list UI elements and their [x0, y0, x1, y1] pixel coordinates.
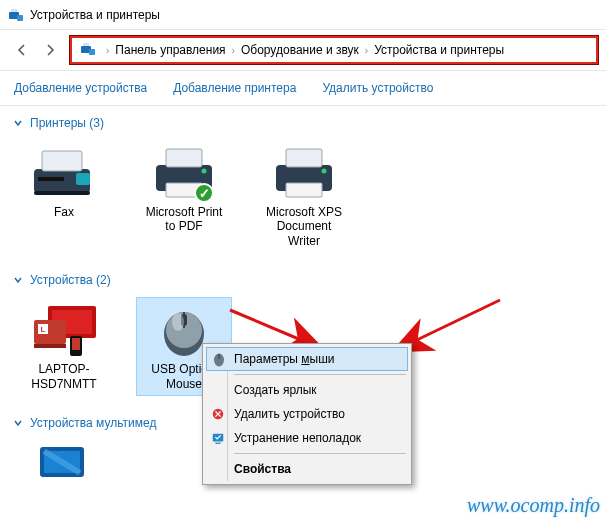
svg-point-19	[322, 169, 327, 174]
svg-rect-18	[286, 183, 322, 197]
svg-rect-23	[34, 344, 66, 348]
add-device-command[interactable]: Добавление устройства	[14, 81, 147, 95]
breadcrumb-control-panel[interactable]: Панель управления	[113, 41, 227, 59]
device-item-xps-writer[interactable]: Microsoft XPS Document Writer	[256, 140, 352, 253]
default-check-icon	[194, 183, 214, 203]
svg-text:L: L	[41, 325, 46, 334]
menu-label: Свойства	[234, 462, 291, 476]
fax-icon	[28, 145, 100, 201]
item-label: Fax	[54, 205, 74, 219]
chevron-right-icon[interactable]: ›	[361, 45, 372, 56]
back-button[interactable]	[8, 36, 36, 64]
context-menu: Параметры мыши Создать ярлык Удалить уст…	[202, 343, 412, 485]
svg-point-15	[202, 169, 207, 174]
devices-printers-icon	[80, 41, 98, 59]
menu-item-properties[interactable]: Свойства	[206, 457, 408, 481]
chevron-right-icon[interactable]: ›	[228, 45, 239, 56]
svg-rect-7	[42, 151, 82, 171]
device-item-print-to-pdf[interactable]: Microsoft Print to PDF	[136, 140, 232, 253]
printer-icon	[148, 145, 220, 201]
menu-label: Удалить устройство	[234, 407, 345, 421]
add-printer-command[interactable]: Добавление принтера	[173, 81, 296, 95]
svg-rect-11	[34, 191, 90, 195]
menu-item-create-shortcut[interactable]: Создать ярлык	[206, 378, 408, 402]
device-item-laptop[interactable]: L LAPTOP-HSD7NMTT	[16, 297, 112, 396]
svg-rect-9	[76, 173, 90, 185]
group-title: Устройства мультимед	[30, 416, 156, 430]
svg-rect-10	[38, 177, 64, 181]
title-bar: Устройства и принтеры	[0, 0, 606, 30]
printers-items: Fax Microsoft Print to PDF	[8, 136, 598, 267]
forward-button[interactable]	[36, 36, 64, 64]
menu-label: Создать ярлык	[234, 383, 317, 397]
svg-rect-27	[72, 338, 80, 350]
breadcrumb-devices-printers[interactable]: Устройства и принтеры	[372, 41, 506, 59]
chevron-right-icon[interactable]: ›	[102, 45, 113, 56]
window-title: Устройства и принтеры	[30, 8, 160, 22]
svg-rect-2	[17, 15, 23, 21]
mouse-small-icon	[211, 351, 227, 367]
address-breadcrumb[interactable]: › Панель управления › Оборудование и зву…	[70, 36, 598, 64]
svg-rect-5	[89, 49, 95, 55]
delete-device-command[interactable]: Удалить устройство	[322, 81, 433, 95]
svg-rect-13	[166, 149, 202, 167]
delete-icon	[210, 406, 226, 422]
nav-row: › Панель управления › Оборудование и зву…	[0, 30, 606, 70]
laptop-icon: L	[28, 302, 100, 358]
device-item-multimedia[interactable]	[16, 440, 112, 490]
watermark: www.ocomp.info	[467, 494, 600, 517]
svg-point-31	[172, 313, 184, 331]
item-label: LAPTOP-HSD7NMTT	[21, 362, 107, 391]
breadcrumb-hardware-sound[interactable]: Оборудование и звук	[239, 41, 361, 59]
group-title: Устройства (2)	[30, 273, 111, 287]
menu-label: Устранение неполадок	[234, 431, 361, 445]
media-device-icon	[36, 445, 92, 485]
svg-rect-17	[286, 149, 322, 167]
device-item-fax[interactable]: Fax	[16, 140, 112, 253]
item-label: Microsoft XPS Document Writer	[261, 205, 347, 248]
menu-item-remove-device[interactable]: Удалить устройство	[206, 402, 408, 426]
devices-printers-icon	[8, 7, 24, 23]
svg-rect-1	[11, 9, 17, 12]
group-header-printers[interactable]: Принтеры (3)	[8, 110, 598, 136]
menu-item-mouse-settings[interactable]: Параметры мыши	[206, 347, 408, 371]
group-title: Принтеры (3)	[30, 116, 104, 130]
command-bar: Добавление устройства Добавление принтер…	[0, 70, 606, 106]
svg-rect-4	[83, 43, 89, 46]
printer-icon	[268, 145, 340, 201]
group-header-devices[interactable]: Устройства (2)	[8, 267, 598, 293]
item-label: Microsoft Print to PDF	[141, 205, 227, 234]
menu-item-troubleshoot[interactable]: Устранение неполадок	[206, 426, 408, 450]
menu-label: Параметры мыши	[234, 352, 335, 366]
troubleshoot-icon	[210, 430, 226, 446]
